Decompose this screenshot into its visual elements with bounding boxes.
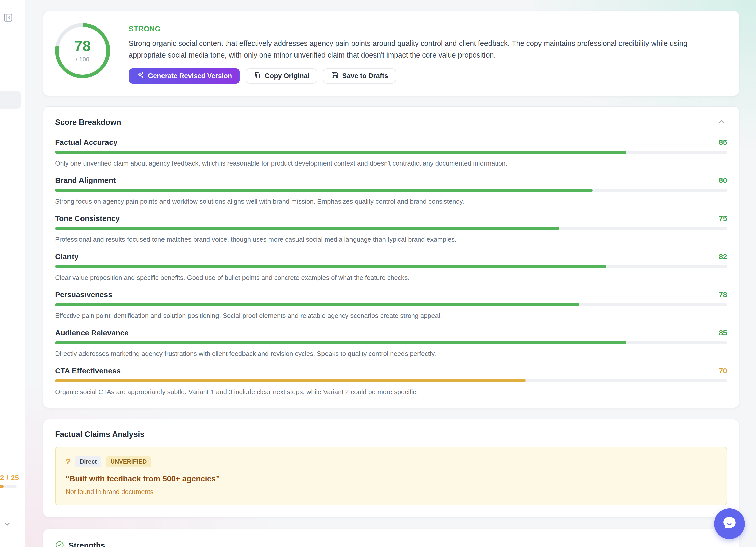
score-bar xyxy=(55,341,727,344)
score-bar xyxy=(55,151,727,154)
copy-original-button[interactable]: Copy Original xyxy=(246,68,317,84)
score-breakdown-card: Score Breakdown Factual Accuracy 85 Only… xyxy=(43,106,739,408)
chat-bubble-icon xyxy=(721,515,738,533)
score-row-value: 70 xyxy=(719,367,727,375)
score-row: Persuasiveness 78 Effective pain point i… xyxy=(55,290,727,320)
score-row-value: 85 xyxy=(719,138,727,147)
chat-widget-button[interactable] xyxy=(714,508,745,539)
score-row-label: Tone Consistency xyxy=(55,214,120,223)
strengths-title: Strengths xyxy=(69,541,105,547)
factual-claims-card: Factual Claims Analysis ? Direct UNVERIF… xyxy=(43,419,739,517)
question-mark-icon: ? xyxy=(66,457,71,467)
score-row-value: 78 xyxy=(719,290,727,299)
score-row-label: Audience Relevance xyxy=(55,329,129,337)
generate-revised-version-button[interactable]: Generate Revised Version xyxy=(129,68,240,84)
usage-counter: 2 / 25 xyxy=(0,474,23,482)
score-row-description: Directly addresses marketing agency frus… xyxy=(55,349,727,358)
copy-icon xyxy=(254,71,261,81)
claim-status-badge: UNVERIFIED xyxy=(106,456,151,467)
generate-button-label: Generate Revised Version xyxy=(148,72,232,80)
main-content: 78 / 100 STRONG Strong organic social co… xyxy=(43,0,739,547)
score-value: 78 xyxy=(74,39,91,53)
chevron-down-icon xyxy=(3,519,11,529)
score-bar xyxy=(55,379,727,382)
sidebar-expand-button[interactable] xyxy=(2,519,12,529)
claim-type-badge: Direct xyxy=(75,456,101,467)
score-bar xyxy=(55,189,727,192)
sidebar: 2 / 25 xyxy=(0,0,25,547)
score-row-label: CTA Effectiveness xyxy=(55,367,121,375)
sidebar-item-active[interactable] xyxy=(0,91,21,109)
save-button-label: Save to Drafts xyxy=(342,72,388,80)
score-row-description: Organic social CTAs are appropriately su… xyxy=(55,388,727,396)
score-row: Clarity 82 Clear value proposition and s… xyxy=(55,252,727,282)
score-row-description: Only one unverified claim about agency f… xyxy=(55,159,727,168)
score-gauge: 78 / 100 xyxy=(55,23,110,78)
score-max: / 100 xyxy=(76,56,89,63)
score-row: Tone Consistency 75 Professional and res… xyxy=(55,214,727,244)
score-row-description: Strong focus on agency pain points and w… xyxy=(55,197,727,206)
score-summary-text: Strong organic social content that effec… xyxy=(129,38,724,61)
collapse-section-button[interactable] xyxy=(716,118,727,127)
score-row-value: 80 xyxy=(719,176,727,185)
score-breakdown-title: Score Breakdown xyxy=(55,118,121,127)
claim-quote: “Built with feedback from 500+ agencies” xyxy=(66,474,717,483)
collapse-sidebar-icon xyxy=(3,13,13,24)
score-row: Brand Alignment 80 Strong focus on agenc… xyxy=(55,176,727,206)
score-row-label: Persuasiveness xyxy=(55,290,112,299)
score-bar xyxy=(55,227,727,230)
factual-claims-title: Factual Claims Analysis xyxy=(55,430,727,439)
score-row: Factual Accuracy 85 Only one unverified … xyxy=(55,138,727,168)
score-row-description: Effective pain point identification and … xyxy=(55,311,727,320)
collapse-sidebar-button[interactable] xyxy=(3,13,13,23)
score-bar xyxy=(55,265,727,268)
score-row: Audience Relevance 85 Directly addresses… xyxy=(55,329,727,358)
score-row-description: Professional and results-focused tone ma… xyxy=(55,235,727,244)
circle-check-icon xyxy=(55,541,64,547)
score-row-value: 75 xyxy=(719,214,727,223)
sidebar-divider xyxy=(0,503,25,503)
score-row: CTA Effectiveness 70 Organic social CTAs… xyxy=(55,367,727,396)
usage-progress-bar xyxy=(0,485,17,488)
score-row-label: Brand Alignment xyxy=(55,176,116,185)
claim-note: Not found in brand documents xyxy=(66,488,717,496)
score-row-value: 85 xyxy=(719,329,727,337)
score-summary-card: 78 / 100 STRONG Strong organic social co… xyxy=(43,11,739,96)
unverified-claim-box: ? Direct UNVERIFIED “Built with feedback… xyxy=(55,447,727,505)
score-row-description: Clear value proposition and specific ben… xyxy=(55,273,727,282)
rating-label: STRONG xyxy=(129,25,727,33)
score-row-value: 82 xyxy=(719,252,727,261)
score-row-label: Factual Accuracy xyxy=(55,138,117,147)
save-icon xyxy=(331,71,339,81)
strengths-card: Strengths + Addresses specific agency pa… xyxy=(43,529,739,547)
sparkles-icon xyxy=(137,71,144,81)
score-bar xyxy=(55,303,727,306)
chevron-up-icon xyxy=(717,118,726,127)
copy-button-label: Copy Original xyxy=(265,72,309,80)
usage-progress-fill xyxy=(0,485,4,488)
save-to-drafts-button[interactable]: Save to Drafts xyxy=(323,68,396,84)
score-row-label: Clarity xyxy=(55,252,78,261)
